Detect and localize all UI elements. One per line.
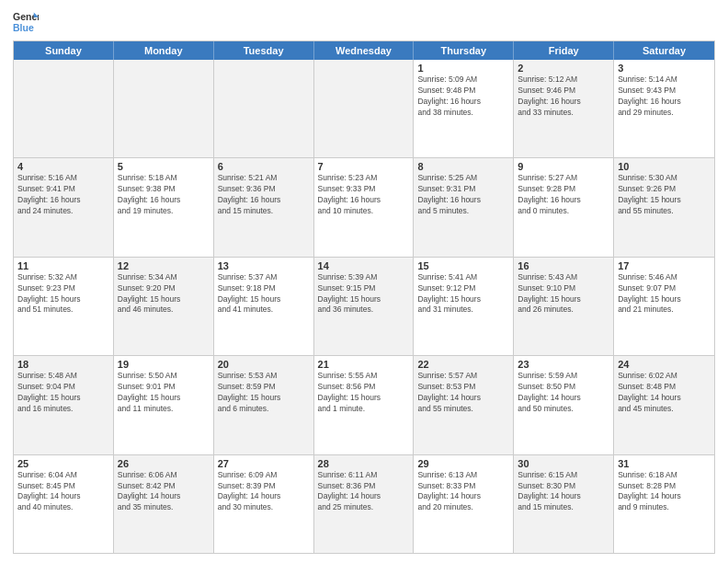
day-number: 18	[17, 359, 109, 370]
calendar-row-2: 11Sunrise: 5:32 AM Sunset: 9:23 PM Dayli…	[14, 258, 714, 356]
cell-info: Sunrise: 5:55 AM Sunset: 8:56 PM Dayligh…	[318, 371, 410, 415]
header-day-wednesday: Wednesday	[314, 41, 415, 60]
header-day-monday: Monday	[114, 41, 214, 60]
cell-info: Sunrise: 5:27 AM Sunset: 9:28 PM Dayligh…	[518, 173, 609, 217]
cell-info: Sunrise: 5:14 AM Sunset: 9:43 PM Dayligh…	[618, 75, 711, 119]
day-number: 5	[118, 161, 210, 172]
day-number: 16	[518, 260, 609, 271]
calendar-cell-day-16: 16Sunrise: 5:43 AM Sunset: 9:10 PM Dayli…	[514, 258, 614, 355]
cell-info: Sunrise: 5:50 AM Sunset: 9:01 PM Dayligh…	[118, 371, 210, 415]
cell-info: Sunrise: 5:57 AM Sunset: 8:53 PM Dayligh…	[417, 371, 509, 415]
calendar-body: 1Sunrise: 5:09 AM Sunset: 9:48 PM Daylig…	[14, 60, 714, 553]
cell-info: Sunrise: 5:16 AM Sunset: 9:41 PM Dayligh…	[17, 173, 109, 217]
day-number: 13	[218, 260, 310, 271]
calendar: SundayMondayTuesdayWednesdayThursdayFrid…	[13, 40, 715, 554]
cell-info: Sunrise: 5:25 AM Sunset: 9:31 PM Dayligh…	[417, 173, 509, 217]
calendar-cell-day-5: 5Sunrise: 5:18 AM Sunset: 9:38 PM Daylig…	[114, 158, 214, 256]
day-number: 21	[318, 359, 410, 370]
day-number: 30	[518, 458, 609, 469]
calendar-cell-empty	[114, 60, 214, 157]
cell-info: Sunrise: 5:39 AM Sunset: 9:15 PM Dayligh…	[318, 272, 410, 316]
calendar-cell-day-25: 25Sunrise: 6:04 AM Sunset: 8:45 PM Dayli…	[14, 455, 114, 553]
day-number: 27	[218, 458, 310, 469]
day-number: 20	[218, 359, 310, 370]
cell-info: Sunrise: 5:32 AM Sunset: 9:23 PM Dayligh…	[17, 272, 109, 316]
calendar-row-1: 4Sunrise: 5:16 AM Sunset: 9:41 PM Daylig…	[14, 158, 714, 257]
calendar-cell-day-8: 8Sunrise: 5:25 AM Sunset: 9:31 PM Daylig…	[414, 158, 514, 256]
day-number: 25	[17, 458, 109, 469]
calendar-cell-day-11: 11Sunrise: 5:32 AM Sunset: 9:23 PM Dayli…	[14, 258, 114, 355]
calendar-cell-day-1: 1Sunrise: 5:09 AM Sunset: 9:48 PM Daylig…	[414, 60, 514, 157]
calendar-cell-day-4: 4Sunrise: 5:16 AM Sunset: 9:41 PM Daylig…	[14, 158, 114, 256]
cell-info: Sunrise: 5:48 AM Sunset: 9:04 PM Dayligh…	[17, 371, 109, 415]
calendar-cell-day-24: 24Sunrise: 6:02 AM Sunset: 8:48 PM Dayli…	[614, 356, 714, 454]
calendar-cell-empty	[214, 60, 314, 157]
svg-text:Blue: Blue	[13, 22, 34, 33]
day-number: 10	[618, 161, 711, 172]
cell-info: Sunrise: 5:34 AM Sunset: 9:20 PM Dayligh…	[118, 272, 210, 316]
day-number: 3	[618, 63, 711, 74]
cell-info: Sunrise: 6:02 AM Sunset: 8:48 PM Dayligh…	[618, 371, 711, 415]
calendar-cell-day-26: 26Sunrise: 6:06 AM Sunset: 8:42 PM Dayli…	[114, 455, 214, 553]
calendar-row-0: 1Sunrise: 5:09 AM Sunset: 9:48 PM Daylig…	[14, 60, 714, 158]
cell-info: Sunrise: 6:11 AM Sunset: 8:36 PM Dayligh…	[318, 470, 410, 514]
calendar-row-3: 18Sunrise: 5:48 AM Sunset: 9:04 PM Dayli…	[14, 356, 714, 454]
cell-info: Sunrise: 5:09 AM Sunset: 9:48 PM Dayligh…	[417, 75, 509, 119]
cell-info: Sunrise: 5:37 AM Sunset: 9:18 PM Dayligh…	[218, 272, 310, 316]
day-number: 8	[417, 161, 509, 172]
calendar-cell-empty	[314, 60, 415, 157]
calendar-cell-day-13: 13Sunrise: 5:37 AM Sunset: 9:18 PM Dayli…	[214, 258, 314, 355]
calendar-cell-day-29: 29Sunrise: 6:13 AM Sunset: 8:33 PM Dayli…	[414, 455, 514, 553]
cell-info: Sunrise: 5:23 AM Sunset: 9:33 PM Dayligh…	[318, 173, 410, 217]
calendar-cell-day-23: 23Sunrise: 5:59 AM Sunset: 8:50 PM Dayli…	[514, 356, 614, 454]
cell-info: Sunrise: 6:15 AM Sunset: 8:30 PM Dayligh…	[518, 470, 609, 514]
cell-info: Sunrise: 5:43 AM Sunset: 9:10 PM Dayligh…	[518, 272, 609, 316]
header-day-thursday: Thursday	[414, 41, 514, 60]
header-day-saturday: Saturday	[614, 41, 714, 60]
calendar-cell-day-7: 7Sunrise: 5:23 AM Sunset: 9:33 PM Daylig…	[314, 158, 415, 256]
day-number: 22	[417, 359, 509, 370]
calendar-cell-day-19: 19Sunrise: 5:50 AM Sunset: 9:01 PM Dayli…	[114, 356, 214, 454]
day-number: 12	[118, 260, 210, 271]
day-number: 28	[318, 458, 410, 469]
cell-info: Sunrise: 6:09 AM Sunset: 8:39 PM Dayligh…	[218, 470, 310, 514]
calendar-cell-day-31: 31Sunrise: 6:18 AM Sunset: 8:28 PM Dayli…	[614, 455, 714, 553]
header-day-tuesday: Tuesday	[214, 41, 314, 60]
calendar-cell-day-15: 15Sunrise: 5:41 AM Sunset: 9:12 PM Dayli…	[414, 258, 514, 355]
day-number: 17	[618, 260, 711, 271]
calendar-cell-day-27: 27Sunrise: 6:09 AM Sunset: 8:39 PM Dayli…	[214, 455, 314, 553]
cell-info: Sunrise: 5:30 AM Sunset: 9:26 PM Dayligh…	[618, 173, 711, 217]
day-number: 24	[618, 359, 711, 370]
header-day-sunday: Sunday	[14, 41, 114, 60]
cell-info: Sunrise: 5:41 AM Sunset: 9:12 PM Dayligh…	[417, 272, 509, 316]
day-number: 1	[417, 63, 509, 74]
day-number: 15	[417, 260, 509, 271]
calendar-cell-day-2: 2Sunrise: 5:12 AM Sunset: 9:46 PM Daylig…	[514, 60, 614, 157]
day-number: 19	[118, 359, 210, 370]
cell-info: Sunrise: 6:18 AM Sunset: 8:28 PM Dayligh…	[618, 470, 711, 514]
calendar-row-4: 25Sunrise: 6:04 AM Sunset: 8:45 PM Dayli…	[14, 455, 714, 553]
day-number: 6	[218, 161, 310, 172]
calendar-cell-day-3: 3Sunrise: 5:14 AM Sunset: 9:43 PM Daylig…	[614, 60, 714, 157]
day-number: 23	[518, 359, 609, 370]
calendar-header: SundayMondayTuesdayWednesdayThursdayFrid…	[14, 41, 714, 60]
cell-info: Sunrise: 5:53 AM Sunset: 8:59 PM Dayligh…	[218, 371, 310, 415]
day-number: 4	[17, 161, 109, 172]
header-day-friday: Friday	[514, 41, 614, 60]
day-number: 11	[17, 260, 109, 271]
calendar-cell-day-30: 30Sunrise: 6:15 AM Sunset: 8:30 PM Dayli…	[514, 455, 614, 553]
day-number: 29	[417, 458, 509, 469]
day-number: 7	[318, 161, 410, 172]
calendar-cell-day-10: 10Sunrise: 5:30 AM Sunset: 9:26 PM Dayli…	[614, 158, 714, 256]
page: General Blue SundayMondayTuesdayWednesda…	[0, 0, 728, 563]
calendar-cell-day-28: 28Sunrise: 6:11 AM Sunset: 8:36 PM Dayli…	[314, 455, 415, 553]
calendar-cell-day-21: 21Sunrise: 5:55 AM Sunset: 8:56 PM Dayli…	[314, 356, 415, 454]
day-number: 14	[318, 260, 410, 271]
calendar-cell-day-20: 20Sunrise: 5:53 AM Sunset: 8:59 PM Dayli…	[214, 356, 314, 454]
cell-info: Sunrise: 5:18 AM Sunset: 9:38 PM Dayligh…	[118, 173, 210, 217]
cell-info: Sunrise: 6:04 AM Sunset: 8:45 PM Dayligh…	[17, 470, 109, 514]
day-number: 9	[518, 161, 609, 172]
cell-info: Sunrise: 5:46 AM Sunset: 9:07 PM Dayligh…	[618, 272, 711, 316]
calendar-cell-day-6: 6Sunrise: 5:21 AM Sunset: 9:36 PM Daylig…	[214, 158, 314, 256]
calendar-cell-day-17: 17Sunrise: 5:46 AM Sunset: 9:07 PM Dayli…	[614, 258, 714, 355]
